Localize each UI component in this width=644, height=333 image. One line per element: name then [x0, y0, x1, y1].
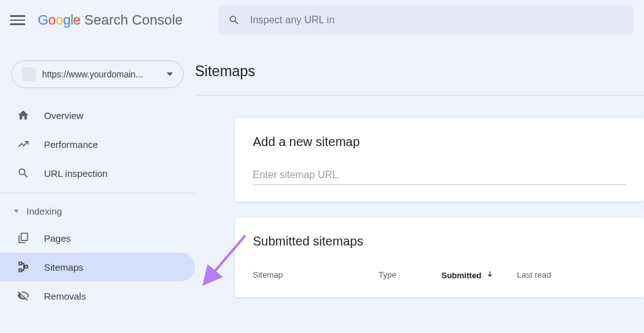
app-header: Google Search Console	[0, 0, 644, 40]
sidebar-item-url-inspection[interactable]: URL inspection	[0, 159, 195, 188]
sitemap-url-input[interactable]	[253, 166, 626, 185]
chevron-down-icon	[167, 72, 173, 76]
sitemap-icon	[16, 260, 30, 274]
url-inspection-input[interactable]	[250, 14, 624, 26]
app-logo: Google Search Console	[38, 12, 183, 28]
svg-rect-1	[19, 262, 21, 265]
page-title: Sitemaps	[195, 63, 644, 95]
sidebar-item-performance[interactable]: Performance	[0, 130, 195, 159]
sidebar-section-indexing[interactable]: Indexing	[0, 198, 195, 223]
property-selector[interactable]: https://www.yourdomain...	[11, 60, 184, 88]
sidebar-item-label: Removals	[44, 291, 86, 302]
submitted-sitemaps-card: Submitted sitemaps Sitemap Type Submitte…	[235, 218, 644, 297]
column-header-submitted[interactable]: Submitted	[441, 270, 517, 281]
section-label: Indexing	[26, 206, 62, 217]
product-name: Search Console	[84, 12, 183, 28]
pages-icon	[16, 231, 30, 245]
svg-rect-2	[19, 269, 21, 271]
sidebar-item-label: Performance	[44, 139, 98, 150]
main-content: Sitemaps Add a new sitemap Submitted sit…	[195, 40, 644, 333]
svg-rect-3	[25, 266, 28, 268]
search-icon	[16, 166, 30, 180]
search-icon	[228, 14, 240, 26]
sidebar: https://www.yourdomain... Overview Perfo…	[0, 40, 195, 333]
property-url: https://www.yourdomain...	[42, 69, 163, 79]
sidebar-item-label: Pages	[44, 233, 71, 244]
column-header-last-read[interactable]: Last read	[517, 270, 564, 281]
svg-rect-0	[21, 234, 28, 241]
trending-up-icon	[16, 137, 30, 151]
arrow-down-icon	[486, 270, 494, 281]
column-header-type[interactable]: Type	[379, 270, 441, 281]
sidebar-item-label: Sitemaps	[44, 262, 84, 273]
card-title: Submitted sitemaps	[253, 234, 626, 249]
visibility-off-icon	[16, 289, 30, 303]
table-header: Sitemap Type Submitted Last read	[253, 270, 626, 281]
add-sitemap-card: Add a new sitemap	[235, 118, 644, 201]
nav-divider	[0, 193, 195, 193]
url-inspection-search[interactable]	[218, 6, 634, 35]
sidebar-item-label: URL inspection	[44, 168, 108, 179]
sidebar-item-removals[interactable]: Removals	[0, 281, 195, 310]
sidebar-item-sitemaps[interactable]: Sitemaps	[0, 252, 195, 281]
sidebar-item-label: Overview	[44, 110, 84, 121]
property-favicon	[22, 67, 36, 81]
title-divider	[195, 95, 644, 96]
card-title: Add a new sitemap	[253, 135, 626, 149]
sidebar-item-overview[interactable]: Overview	[0, 101, 195, 130]
column-header-sitemap[interactable]: Sitemap	[253, 270, 379, 281]
menu-icon[interactable]	[10, 13, 25, 28]
home-icon	[16, 108, 30, 122]
sidebar-item-pages[interactable]: Pages	[0, 223, 195, 252]
google-logo: Google	[38, 12, 80, 28]
chevron-down-icon	[14, 210, 19, 213]
